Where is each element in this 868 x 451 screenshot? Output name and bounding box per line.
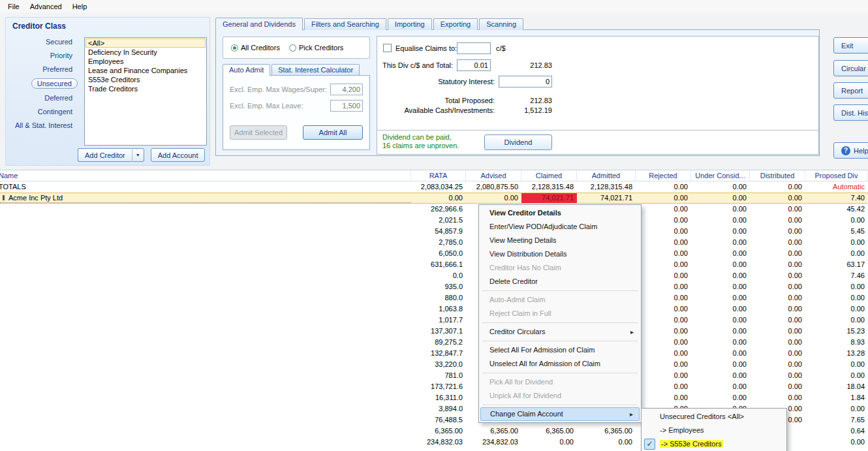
menu-item-enter-view-pod-adjudicate-claim[interactable]: Enter/View POD/Adjudicate Claim bbox=[480, 220, 640, 234]
menu-advanced[interactable]: Advanced bbox=[25, 1, 67, 12]
totals-row[interactable]: TOTALS2,083,034.252,080,875.502,128,315.… bbox=[0, 181, 868, 193]
menu-help[interactable]: Help bbox=[67, 1, 93, 12]
menu-item-label: Delete Creditor bbox=[489, 277, 538, 285]
class-secured[interactable]: Secured bbox=[40, 37, 78, 46]
table-row[interactable]: 262,966.60.000.000.0045.42 bbox=[0, 204, 868, 215]
account-item-s553e-creditors[interactable]: S553e Creditors bbox=[85, 75, 206, 84]
cell-rata: 16,311.0 bbox=[411, 392, 466, 403]
table-row[interactable]: 781.00.000.000.000.00 bbox=[0, 370, 868, 381]
table-row[interactable]: 6,050.00.000.000.000.00 bbox=[0, 248, 868, 259]
account-item-all[interactable]: <All> bbox=[85, 39, 206, 48]
column-header-distributed[interactable]: Distributed bbox=[750, 170, 805, 181]
column-header-claimed[interactable]: Claimed bbox=[521, 170, 577, 181]
tab-general-and-dividends[interactable]: General and Dividends bbox=[215, 18, 303, 31]
side-button-report[interactable]: Report bbox=[833, 82, 868, 99]
subtab-auto-admit[interactable]: Auto Admit bbox=[223, 64, 270, 76]
all-creditors-radio[interactable]: All Creditors bbox=[231, 44, 280, 52]
cell-advised: 2,080,875.50 bbox=[466, 181, 521, 193]
add-account-button[interactable]: Add Account bbox=[151, 148, 206, 162]
menu-item-select-all-for-admission-of-claim[interactable]: Select All For Admission of Claim bbox=[480, 343, 640, 357]
account-item-employees[interactable]: Employees bbox=[85, 57, 206, 66]
submenu-item-label: -> Employees bbox=[660, 426, 704, 434]
column-header-proposed-div[interactable]: Proposed Div bbox=[805, 170, 868, 181]
menu-item-view-creditor-details[interactable]: View Creditor Details bbox=[480, 206, 640, 220]
menu-item-creditor-circulars[interactable]: Creditor Circulars▸ bbox=[480, 325, 640, 339]
menu-item-delete-creditor[interactable]: Delete Creditor bbox=[480, 275, 640, 288]
cell-proposed-div: 0.00 bbox=[805, 359, 868, 370]
dividend-status-line2: 16 claims are unproven. bbox=[382, 142, 459, 149]
column-header-advised[interactable]: Advised bbox=[466, 170, 521, 181]
add-creditor-button[interactable]: Add Creditor bbox=[78, 148, 132, 162]
max-leave-input[interactable] bbox=[330, 100, 363, 112]
tab-importing[interactable]: Importing bbox=[388, 18, 432, 30]
statutory-interest-input[interactable] bbox=[499, 76, 552, 87]
cell-proposed-div: 7.40 bbox=[805, 193, 868, 203]
cell-rejected: 0.00 bbox=[636, 281, 691, 292]
column-header-under-consid[interactable]: Under Consid... bbox=[691, 170, 750, 181]
pick-creditors-radio[interactable]: Pick Creditors bbox=[289, 44, 343, 52]
max-wages-input[interactable] bbox=[330, 84, 363, 95]
class-contingent[interactable]: Contingent bbox=[33, 107, 78, 116]
class-priority[interactable]: Priority bbox=[45, 51, 78, 60]
menu-item-label: Enter/View POD/Adjudicate Claim bbox=[489, 223, 597, 230]
menu-item-view-distribution-details[interactable]: View Distribution Details bbox=[480, 247, 640, 261]
submenu-item-s553e-creditors[interactable]: ✓-> S553e Creditors bbox=[643, 437, 785, 451]
dividend-button[interactable]: Dividend bbox=[484, 134, 552, 150]
submenu-item-unsecured-creditors-all[interactable]: Unsecured Creditors <All> bbox=[643, 410, 785, 424]
column-header-admitted[interactable]: Admitted bbox=[577, 170, 636, 181]
cell-rejected: 0.00 bbox=[636, 215, 691, 226]
checkmark-icon: ✓ bbox=[644, 439, 655, 450]
account-item-deficiency-in-security[interactable]: Deficiency In Security bbox=[85, 48, 206, 57]
column-header-rejected[interactable]: Rejected bbox=[636, 170, 691, 181]
tab-exporting[interactable]: Exporting bbox=[433, 18, 478, 30]
table-row[interactable]: 1,063.80.000.000.000.00 bbox=[0, 303, 868, 315]
admit-all-button[interactable]: Admit All bbox=[303, 125, 363, 140]
menu-item-unselect-all-for-admission-of-claim[interactable]: Unselect All for Admission of Claim bbox=[480, 357, 640, 371]
tab-filters-and-searching[interactable]: Filters and Searching bbox=[304, 18, 386, 30]
side-button-circular[interactable]: Circular bbox=[833, 60, 868, 76]
column-header-name[interactable]: Name bbox=[0, 170, 411, 181]
cell-proposed-div: 0.00 bbox=[805, 403, 868, 414]
subtab-stat-interest-calculator[interactable]: Stat. Interest Calculator bbox=[271, 64, 360, 75]
add-creditor-dropdown[interactable]: ▼ bbox=[132, 148, 144, 162]
cell-under-consid: 0.00 bbox=[691, 392, 750, 403]
side-button-exit[interactable]: Exit bbox=[833, 37, 868, 54]
table-row[interactable]: 54,857.90.000.000.005.45 bbox=[0, 226, 868, 237]
class-unsecured[interactable]: Unsecured bbox=[31, 78, 78, 89]
table-row[interactable]: 173,721.60.000.000.0018.04 bbox=[0, 381, 868, 392]
table-row[interactable]: 89,275.20.000.000.008.93 bbox=[0, 337, 868, 348]
menu-item-change-claim-account[interactable]: Change Claim Account▸ bbox=[480, 407, 640, 421]
table-row[interactable]: 631,666.10.000.000.0063.17 bbox=[0, 259, 868, 270]
class-preferred[interactable]: Preferred bbox=[37, 65, 78, 74]
equalise-input[interactable] bbox=[457, 42, 491, 54]
table-row[interactable]: 880.00.000.000.000.00 bbox=[0, 292, 868, 303]
menu-file[interactable]: File bbox=[3, 1, 25, 12]
all-creditors-label: All Creditors bbox=[241, 44, 280, 52]
column-header-rata[interactable]: RATA bbox=[411, 170, 466, 181]
table-row[interactable]: 137,307.10.000.000.0015.23 bbox=[0, 326, 868, 337]
account-item-lease-and-finance-companies[interactable]: Lease and Finance Companies bbox=[85, 66, 206, 75]
table-row[interactable]: 2,021.50.000.000.000.00 bbox=[0, 215, 868, 226]
side-button-help[interactable]: ?Help bbox=[833, 142, 868, 159]
table-row[interactable]: 16,311.00.000.000.001.84 bbox=[0, 392, 868, 403]
tab-scanning[interactable]: Scanning bbox=[479, 18, 523, 30]
table-row[interactable]: 2,785.00.000.000.000.00 bbox=[0, 237, 868, 248]
table-row[interactable]: 0.00.000.000.007.46 bbox=[0, 270, 868, 281]
table-row[interactable]: 33,220.00.000.000.000.00 bbox=[0, 359, 868, 370]
help-icon: ? bbox=[841, 146, 850, 155]
menu-item-view-meeting-details[interactable]: View Meeting Details bbox=[480, 234, 640, 247]
table-row[interactable]: 1,017.70.000.000.000.00 bbox=[0, 315, 868, 326]
submenu-item-employees[interactable]: -> Employees bbox=[643, 424, 785, 437]
side-button-dist-hist[interactable]: Dist. Hist bbox=[833, 104, 868, 121]
account-item-trade-creditors[interactable]: Trade Creditors bbox=[85, 84, 206, 93]
table-row[interactable]: 132,847.70.000.000.0013.28 bbox=[0, 348, 868, 359]
this-div-input[interactable] bbox=[457, 59, 491, 71]
class-deferred[interactable]: Deferred bbox=[39, 93, 78, 102]
menu-item-label: Auto-Admit Claim bbox=[489, 296, 546, 303]
cell-under-consid: 0.00 bbox=[691, 259, 750, 270]
equalise-checkbox[interactable] bbox=[383, 44, 392, 52]
table-row[interactable]: 935.00.000.000.000.00 bbox=[0, 281, 868, 292]
class-all-stat-interest[interactable]: All & Stat. Interest bbox=[10, 121, 78, 130]
table-row[interactable]: Acme Inc Pty Ltd0.000.0074,021.7174,021.… bbox=[0, 193, 868, 204]
max-wages-label: Excl. Emp. Max Wages/Super: bbox=[230, 86, 327, 93]
